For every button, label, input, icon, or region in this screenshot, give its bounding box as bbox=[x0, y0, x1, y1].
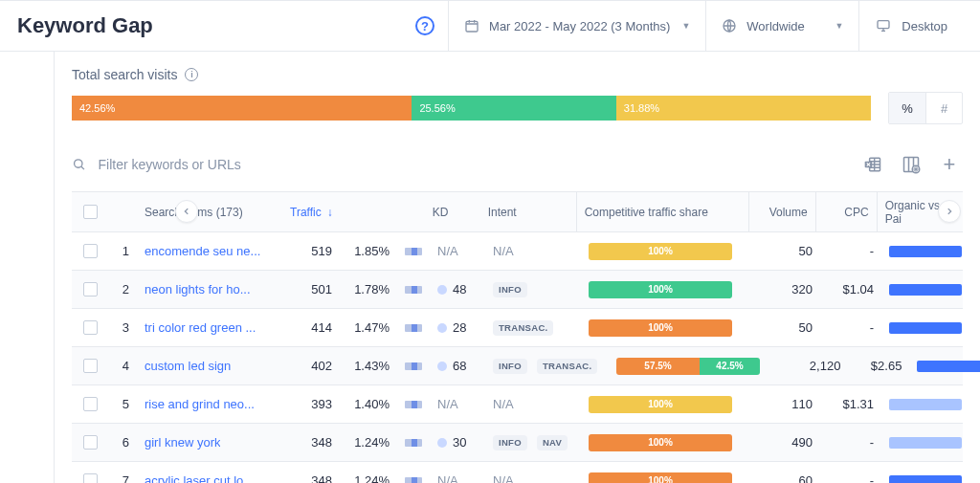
table-row: 2neon lights for ho...5011.78%48INFO100%… bbox=[72, 271, 963, 309]
col-cpc[interactable]: CPC bbox=[815, 192, 877, 231]
organic-paid-bar bbox=[889, 322, 962, 334]
table-row: 5rise and grind neo...3931.40%N/AN/A100%… bbox=[72, 385, 963, 424]
export-excel-button[interactable] bbox=[859, 151, 886, 178]
trend-sparkline bbox=[405, 439, 422, 447]
chevron-down-icon: ▼ bbox=[835, 21, 843, 31]
intent-chip: INFO bbox=[493, 435, 527, 450]
traffic-share-bar: 100% bbox=[589, 281, 732, 298]
row-checkbox[interactable] bbox=[83, 397, 98, 411]
help-icon[interactable]: ? bbox=[415, 16, 434, 35]
traffic-share-bar: 57.5%42.5% bbox=[616, 358, 760, 375]
organic-paid-bar bbox=[917, 361, 980, 372]
kd-dot-icon bbox=[437, 323, 447, 333]
main-panel: Total search visits i 42.56%25.56%31.88%… bbox=[54, 52, 980, 483]
intent-value: N/A bbox=[493, 397, 514, 411]
kd-value: 30 bbox=[453, 435, 466, 450]
row-checkbox[interactable] bbox=[83, 435, 98, 450]
sort-desc-icon: ↓ bbox=[327, 206, 333, 219]
col-search-terms[interactable]: Search terms (173) bbox=[137, 206, 282, 219]
volume-value: 60 bbox=[753, 473, 820, 483]
scroll-right-button[interactable] bbox=[938, 200, 961, 223]
col-volume[interactable]: Volume bbox=[748, 192, 815, 231]
volume-value: 490 bbox=[753, 435, 820, 450]
table-row: 1encomende seu ne...5191.85%N/AN/A100%50… bbox=[72, 232, 963, 271]
search-icon bbox=[72, 157, 87, 172]
volume-value: 2,120 bbox=[781, 359, 848, 373]
kd-dot-icon bbox=[437, 285, 447, 295]
row-checkbox[interactable] bbox=[83, 244, 98, 258]
col-traffic[interactable]: Traffic ↓ bbox=[282, 206, 341, 219]
device-picker[interactable]: Desktop bbox=[858, 1, 963, 51]
keyword-link[interactable]: neon lights for ho... bbox=[145, 282, 251, 296]
share-segment: 100% bbox=[589, 434, 732, 451]
top-bar: Keyword Gap ? Mar 2022 - May 2022 (3 Mon… bbox=[0, 0, 980, 52]
traffic-percent: 1.24% bbox=[340, 473, 397, 483]
visits-stacked-bar: 42.56%25.56%31.88% bbox=[72, 96, 871, 121]
traffic-share-bar: 100% bbox=[589, 472, 732, 484]
volume-value: 50 bbox=[753, 244, 820, 258]
row-checkbox[interactable] bbox=[83, 359, 98, 373]
cpc-value: - bbox=[820, 473, 881, 483]
svg-rect-0 bbox=[466, 21, 478, 32]
visits-unit-toggle: % # bbox=[888, 92, 963, 124]
intent-chip: NAV bbox=[537, 435, 568, 450]
scroll-left-button[interactable] bbox=[175, 200, 198, 223]
keyword-link[interactable]: girl knew york bbox=[145, 435, 220, 450]
traffic-percent: 1.43% bbox=[340, 359, 397, 373]
organic-paid-bar bbox=[889, 284, 962, 296]
traffic-share-bar: 100% bbox=[589, 396, 732, 413]
traffic-share-bar: 100% bbox=[589, 319, 732, 337]
row-index: 2 bbox=[108, 282, 137, 296]
trend-sparkline bbox=[405, 286, 422, 294]
svg-rect-2 bbox=[878, 21, 889, 29]
kd-value: N/A bbox=[437, 244, 458, 258]
toggle-count[interactable]: # bbox=[925, 93, 962, 123]
columns-settings-button[interactable] bbox=[898, 151, 924, 178]
calendar-icon bbox=[464, 18, 479, 33]
traffic-value: 348 bbox=[282, 435, 340, 450]
visits-label: Total search visits bbox=[72, 67, 177, 82]
keyword-link[interactable]: rise and grind neo... bbox=[145, 397, 255, 411]
row-checkbox[interactable] bbox=[83, 320, 98, 335]
add-button[interactable]: + bbox=[936, 151, 963, 178]
trend-sparkline bbox=[405, 477, 422, 484]
col-kd[interactable]: KD bbox=[425, 206, 480, 219]
keyword-link[interactable]: custom led sign bbox=[145, 359, 231, 373]
row-checkbox[interactable] bbox=[83, 282, 98, 296]
keyword-link[interactable]: encomende seu ne... bbox=[145, 244, 260, 258]
row-checkbox[interactable] bbox=[83, 473, 98, 483]
info-icon[interactable]: i bbox=[185, 68, 198, 81]
keyword-link[interactable]: acrylic laser cut lo... bbox=[145, 473, 254, 483]
traffic-share-bar: 100% bbox=[589, 434, 732, 451]
share-segment: 100% bbox=[589, 243, 732, 260]
row-index: 1 bbox=[108, 244, 137, 258]
traffic-percent: 1.78% bbox=[340, 282, 397, 296]
col-share[interactable]: Competitive traffic share bbox=[576, 192, 748, 231]
volume-value: 50 bbox=[753, 320, 820, 335]
traffic-value: 402 bbox=[282, 359, 340, 373]
row-index: 6 bbox=[108, 435, 137, 450]
table-row: 6girl knew york3481.24%30INFONAV100%490- bbox=[72, 424, 963, 462]
region-label: Worldwide bbox=[746, 19, 804, 33]
col-intent[interactable]: Intent bbox=[480, 206, 576, 219]
row-index: 7 bbox=[108, 473, 137, 483]
traffic-value: 501 bbox=[282, 282, 340, 296]
cpc-value: $1.04 bbox=[820, 282, 881, 296]
visits-header: Total search visits i bbox=[72, 67, 963, 82]
traffic-share-bar: 100% bbox=[589, 243, 732, 260]
date-range-label: Mar 2022 - May 2022 (3 Months) bbox=[489, 19, 670, 33]
visits-segment: 25.56% bbox=[412, 96, 615, 121]
select-all-checkbox[interactable] bbox=[83, 205, 98, 219]
toggle-percent[interactable]: % bbox=[889, 93, 925, 123]
filter-input[interactable] bbox=[97, 156, 849, 173]
keyword-link[interactable]: tri color red green ... bbox=[145, 320, 256, 335]
region-picker[interactable]: Worldwide ▼ bbox=[705, 1, 858, 51]
trend-sparkline bbox=[405, 324, 422, 332]
kd-value: 68 bbox=[453, 359, 466, 373]
organic-paid-bar bbox=[889, 246, 962, 257]
organic-paid-bar bbox=[889, 437, 962, 449]
share-segment: 42.5% bbox=[700, 358, 761, 375]
kd-dot-icon bbox=[437, 438, 447, 448]
device-label: Desktop bbox=[902, 19, 947, 33]
date-range-picker[interactable]: Mar 2022 - May 2022 (3 Months) ▼ bbox=[448, 1, 705, 51]
